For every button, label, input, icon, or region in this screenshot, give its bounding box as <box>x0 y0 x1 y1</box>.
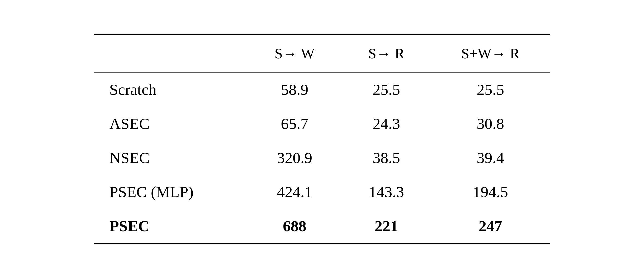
cell-sr: 221 <box>342 209 431 244</box>
cell-swr: 39.4 <box>431 141 550 175</box>
table-row: PSEC (MLP)424.1143.3194.5 <box>94 175 550 209</box>
cell-sw: 320.9 <box>247 141 342 175</box>
cell-sr: 38.5 <box>342 141 431 175</box>
cell-method: Scratch <box>94 72 247 107</box>
table-row: Scratch58.925.525.5 <box>94 72 550 107</box>
table-container: S→ W S→ R S+W→ R Scratch58.925.525.5ASEC… <box>94 34 550 244</box>
cell-sw: 65.7 <box>247 107 342 141</box>
cell-method: PSEC <box>94 209 247 244</box>
header-row: S→ W S→ R S+W→ R <box>94 34 550 73</box>
cell-swr: 25.5 <box>431 72 550 107</box>
cell-swr: 30.8 <box>431 107 550 141</box>
cell-sr: 143.3 <box>342 175 431 209</box>
table-row: NSEC320.938.539.4 <box>94 141 550 175</box>
col-method <box>94 34 247 73</box>
col-sr: S→ R <box>342 34 431 73</box>
results-table: S→ W S→ R S+W→ R Scratch58.925.525.5ASEC… <box>94 34 550 244</box>
col-swr: S+W→ R <box>431 34 550 73</box>
cell-method: PSEC (MLP) <box>94 175 247 209</box>
cell-sw: 688 <box>247 209 342 244</box>
cell-method: ASEC <box>94 107 247 141</box>
cell-swr: 194.5 <box>431 175 550 209</box>
cell-swr: 247 <box>431 209 550 244</box>
cell-sw: 424.1 <box>247 175 342 209</box>
col-sw: S→ W <box>247 34 342 73</box>
cell-sw: 58.9 <box>247 72 342 107</box>
table-row: ASEC65.724.330.8 <box>94 107 550 141</box>
table-row: PSEC688221247 <box>94 209 550 244</box>
cell-method: NSEC <box>94 141 247 175</box>
cell-sr: 25.5 <box>342 72 431 107</box>
cell-sr: 24.3 <box>342 107 431 141</box>
